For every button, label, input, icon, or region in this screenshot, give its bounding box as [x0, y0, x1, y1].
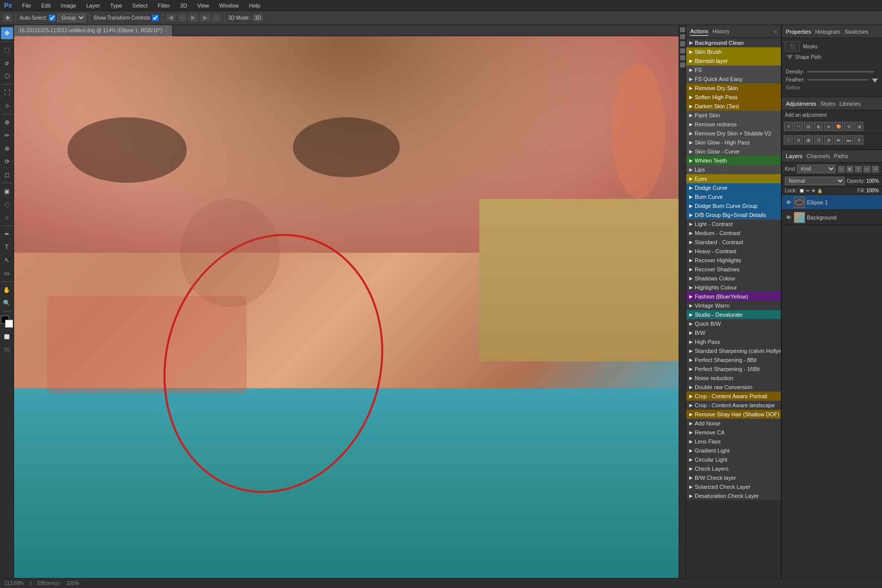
action-item-standard-sharp[interactable]: ▶Standard Sharpening (calvin Hollywood): [686, 346, 781, 355]
adj-curves-icon[interactable]: 〜: [794, 122, 803, 131]
photo-canvas[interactable]: [14, 36, 679, 578]
action-item-medium-contrast[interactable]: ▶Medium - Contrast: [686, 229, 781, 238]
action-item-add-noise[interactable]: ▶Add Noise: [686, 419, 781, 428]
action-item-soften[interactable]: ▶Soften High Pass: [686, 93, 781, 102]
tab-layers[interactable]: Layers: [786, 153, 802, 159]
action-item-fs-quick[interactable]: ▶FS Quick And Easy: [686, 75, 781, 84]
action-item-highlights-colour[interactable]: ▶Highlights Colour: [686, 283, 781, 292]
menu-edit[interactable]: Edit: [39, 2, 53, 10]
layer-row-background[interactable]: 👁 Background: [782, 210, 882, 225]
strip-btn-4[interactable]: [680, 48, 685, 53]
action-item-solarized-check[interactable]: ▶Solarized Check Layer: [686, 482, 781, 491]
tab-libraries[interactable]: Libraries: [840, 100, 861, 108]
action-item-light-contrast[interactable]: ▶Light - Contrast: [686, 219, 781, 229]
tab-channels[interactable]: Channels: [806, 153, 830, 159]
tab-actions[interactable]: Actions: [690, 27, 708, 36]
action-item-recover-shadows[interactable]: ▶Recover Shadows: [686, 265, 781, 274]
tab-properties[interactable]: Properties: [786, 28, 811, 36]
layer-filter-pixel-btn[interactable]: □: [838, 166, 845, 173]
action-item-high-pass[interactable]: ▶High Pass: [686, 337, 781, 346]
layer-visibility-background[interactable]: 👁: [785, 214, 792, 221]
action-item-gradient-light[interactable]: ▶Gradient Light: [686, 446, 781, 455]
action-item-whiten-teeth[interactable]: ▶Whiten Teeth: [686, 156, 781, 165]
3d-btn[interactable]: 3D: [252, 14, 264, 22]
lock-move-icon[interactable]: ✥: [812, 188, 816, 193]
adj-threshold-icon[interactable]: ⏭: [834, 135, 843, 144]
eraser-tool[interactable]: ◻: [1, 169, 13, 181]
actions-group-header[interactable]: ▶ Background Clean: [686, 38, 781, 47]
adj-hue-icon[interactable]: 🎨: [834, 122, 843, 131]
action-item-skin-glow-curve[interactable]: ▶Skin Glow - Curve: [686, 147, 781, 156]
action-item-eyes[interactable]: ▶Eyes: [686, 174, 781, 183]
clone-tool[interactable]: ⊗: [1, 142, 13, 155]
dodge-tool[interactable]: ○: [1, 211, 13, 224]
action-item-darken-skin[interactable]: ▶Darken Skin (Tan): [686, 102, 781, 111]
action-item-bw-check[interactable]: ▶B/W Check layer: [686, 473, 781, 482]
auto-select-checkbox[interactable]: [49, 15, 55, 21]
adj-exposure-icon[interactable]: ◐: [814, 122, 823, 131]
action-item-recover-highlights[interactable]: ▶Recover Highlights: [686, 256, 781, 265]
blur-tool[interactable]: ◌: [1, 198, 13, 210]
density-slider[interactable]: [807, 71, 875, 72]
tab-history[interactable]: History: [712, 27, 729, 36]
strip-btn-2[interactable]: [680, 34, 685, 39]
action-item-desat-check[interactable]: ▶Desaturation Check Layer: [686, 491, 781, 500]
action-item-studio-desat[interactable]: ▶Studio - Desaturate: [686, 310, 781, 319]
adj-bw-icon[interactable]: ◑: [854, 122, 863, 131]
action-item-fs[interactable]: ▶FS: [686, 65, 781, 75]
action-item-remove-dry[interactable]: ▶Remove Dry Skin: [686, 84, 781, 93]
brush-tool[interactable]: ✏: [1, 129, 13, 141]
move-tool[interactable]: ✥: [1, 27, 13, 39]
distribute-btn[interactable]: ⬞: [212, 14, 220, 22]
eyedropper-tool[interactable]: ⊹: [1, 100, 13, 112]
action-item-blemish[interactable]: ▶Blemish layer: [686, 56, 781, 65]
history-brush-tool[interactable]: ⟳: [1, 156, 13, 168]
layer-filter-adj-btn[interactable]: ◐: [846, 166, 853, 173]
show-transform-checkbox[interactable]: [152, 15, 159, 21]
strip-btn-3[interactable]: [680, 41, 685, 46]
adj-posterize-icon[interactable]: ⊠: [824, 135, 833, 144]
layer-row-ellipse[interactable]: 👁 Ellipse 1: [782, 195, 882, 210]
tab-paths[interactable]: Paths: [834, 153, 848, 159]
lock-transparent-icon[interactable]: 🔲: [799, 188, 804, 193]
tab-styles[interactable]: Styles: [821, 100, 836, 108]
menu-file[interactable]: File: [20, 2, 33, 10]
action-item-circular-light[interactable]: ▶Circular Light: [686, 455, 781, 464]
menu-image[interactable]: Image: [59, 2, 79, 10]
move-tool-btn[interactable]: ✥: [3, 14, 12, 22]
adj-vibrance-icon[interactable]: ◈: [824, 122, 833, 131]
action-item-remove-dry-v2[interactable]: ▶Remove Dry Skin + Stubble V2: [686, 129, 781, 138]
menu-view[interactable]: View: [195, 2, 211, 10]
align-right-btn[interactable]: ⫸: [188, 14, 198, 22]
action-item-skin-brush[interactable]: ▶Skin Brush: [686, 47, 781, 56]
canvas-tab-main[interactable]: 16-20151025-113012-untitled.dng @ 114% (…: [14, 25, 173, 36]
adj-color-lookup-icon[interactable]: ▦: [804, 135, 813, 144]
screen-mode-btn[interactable]: ⬛: [1, 344, 13, 356]
action-item-skin-glow-hp[interactable]: ▶Skin Glow - High Pass: [686, 138, 781, 147]
kind-dropdown[interactable]: Kind: [797, 165, 836, 173]
canvas-container[interactable]: [14, 36, 679, 578]
layer-filter-shape-btn[interactable]: ▭: [863, 166, 870, 173]
marquee-tool[interactable]: ⬚: [1, 44, 13, 56]
action-item-perfect-sharp-8[interactable]: ▶Perfect Sharpening - 8Bit: [686, 355, 781, 364]
hand-tool[interactable]: ✋: [1, 284, 13, 296]
action-item-remove-redness[interactable]: ▶Remove redness: [686, 120, 781, 129]
menu-type[interactable]: Type: [108, 2, 124, 10]
action-item-burn-curve[interactable]: ▶Burn Curve: [686, 192, 781, 201]
background-color[interactable]: [5, 320, 13, 328]
align-top-btn[interactable]: ⫸: [200, 14, 210, 22]
action-item-shadows-colour[interactable]: ▶Shadows Colour: [686, 274, 781, 283]
action-item-lips[interactable]: ▶Lips: [686, 165, 781, 174]
crop-tool[interactable]: ⛶: [1, 87, 13, 99]
lock-all-icon[interactable]: 🔒: [817, 188, 823, 193]
menu-help[interactable]: Help: [247, 2, 262, 10]
action-item-check-layers[interactable]: ▶Check Layers: [686, 464, 781, 473]
strip-collapse-btn[interactable]: [680, 27, 685, 32]
shape-tool[interactable]: ▭: [1, 267, 13, 279]
lasso-tool[interactable]: ⌀: [1, 57, 13, 69]
action-item-perfect-sharp-16[interactable]: ▶Perfect Sharpening - 16Bit: [686, 364, 781, 374]
action-item-paint-skin[interactable]: ▶Paint Skin: [686, 111, 781, 120]
adj-photo-filter-icon[interactable]: ⬡: [784, 135, 793, 144]
auto-select-dropdown[interactable]: Group: [57, 14, 86, 22]
adj-gradient-map-icon[interactable]: ▬: [844, 135, 853, 144]
